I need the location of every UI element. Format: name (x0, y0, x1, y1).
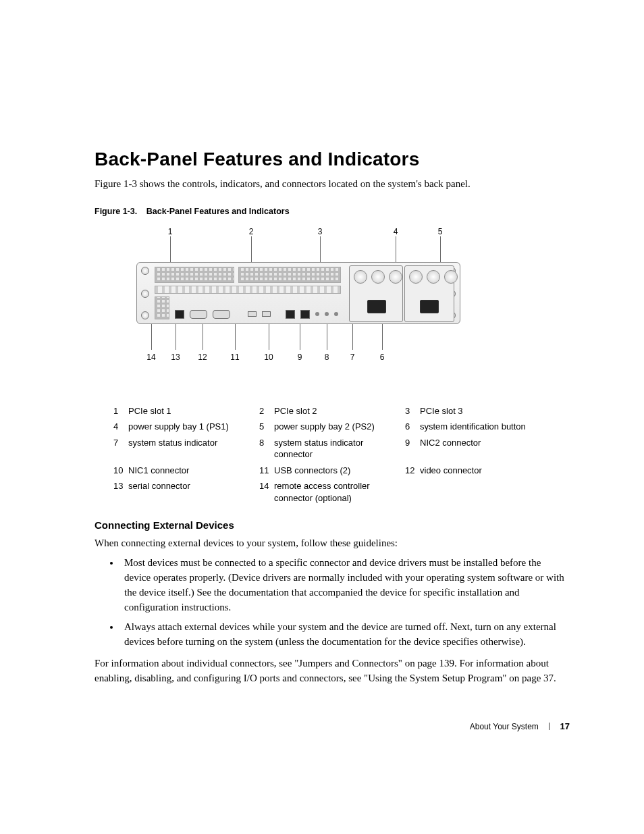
legend-text: serial connector (128, 480, 259, 504)
guideline-list: Most devices must be connected to a spec… (95, 556, 570, 650)
legend-text: video connector (420, 465, 551, 477)
legend-num: 9 (405, 437, 420, 461)
legend-text: system status indicator (128, 437, 259, 461)
callout-bot-10: 10 (263, 353, 274, 362)
callout-top-3: 3 (315, 227, 325, 236)
legend-text: NIC1 connector (128, 465, 259, 477)
callout-top-2: 2 (246, 227, 257, 236)
callout-bot-14: 14 (146, 353, 157, 362)
callout-bot-13: 13 (170, 353, 181, 362)
legend-text: system status indicator connector (274, 437, 405, 461)
figure-diagram: 1 2 3 4 5 (136, 227, 460, 389)
footer-separator (549, 723, 549, 730)
legend-num: 4 (113, 421, 128, 433)
port-usb-2 (262, 311, 271, 317)
port-status-ind (325, 312, 329, 316)
legend-num: 2 (259, 405, 274, 417)
legend-num: 7 (113, 437, 128, 461)
legend-text: PCIe slot 2 (274, 405, 405, 417)
closing-paragraph: For information about individual connect… (95, 656, 570, 686)
back-panel (136, 262, 460, 324)
legend-num: 5 (259, 421, 274, 433)
sub-intro: When connecting external devices to your… (95, 536, 570, 551)
legend-text: PCIe slot 1 (128, 405, 259, 417)
legend-num: 13 (113, 480, 128, 504)
legend-num: 3 (405, 405, 420, 417)
page-footer: About Your System 17 (470, 721, 570, 731)
figure-legend: 1PCIe slot 1 2PCIe slot 2 3PCIe slot 3 4… (113, 405, 559, 504)
port-usb-1 (248, 311, 257, 317)
legend-num: 1 (113, 405, 128, 417)
legend-num: 14 (259, 480, 274, 504)
callout-bot-9: 9 (294, 353, 305, 362)
legend-num: 8 (259, 437, 274, 461)
port-rac (175, 310, 184, 319)
legend-text: USB connectors (2) (274, 465, 405, 477)
legend-text: power supply bay 2 (PS2) (274, 421, 405, 433)
callout-bot-11: 11 (230, 353, 240, 362)
port-nic2 (300, 310, 310, 319)
port-status-conn (315, 312, 319, 316)
legend-text: NIC2 connector (420, 437, 551, 461)
port-nic1 (286, 310, 295, 319)
legend-num: 6 (405, 421, 420, 433)
port-serial (190, 310, 207, 319)
legend-num: 10 (113, 465, 128, 477)
legend-text: power supply bay 1 (PS1) (128, 421, 259, 433)
port-video (213, 310, 230, 319)
callout-top-4: 4 (390, 227, 401, 236)
legend-text: system identification button (420, 421, 551, 433)
figure-number: Figure 1-3. (95, 207, 137, 216)
callout-bot-8: 8 (321, 353, 332, 362)
figure-caption: Figure 1-3. Back-Panel Features and Indi… (95, 207, 570, 216)
sub-heading: Connecting External Devices (95, 519, 570, 531)
legend-text: remote access controller connector (opti… (274, 480, 405, 504)
figure-title: Back-Panel Features and Indicators (146, 207, 290, 216)
callout-top-1: 1 (165, 227, 176, 236)
intro-paragraph: Figure 1-3 shows the controls, indicator… (95, 177, 570, 192)
callout-bot-6: 6 (377, 353, 387, 362)
list-item: Most devices must be connected to a spec… (120, 556, 570, 615)
port-id-button (334, 312, 338, 316)
callout-bot-12: 12 (197, 353, 208, 362)
page-heading: Back-Panel Features and Indicators (95, 149, 570, 170)
footer-section: About Your System (470, 722, 539, 731)
legend-num: 11 (259, 465, 274, 477)
callout-top-5: 5 (435, 227, 446, 236)
legend-num: 12 (405, 465, 420, 477)
footer-page-number: 17 (560, 721, 570, 731)
legend-text: PCIe slot 3 (420, 405, 551, 417)
list-item: Always attach external devices while you… (120, 620, 570, 650)
callout-bot-7: 7 (347, 353, 358, 362)
